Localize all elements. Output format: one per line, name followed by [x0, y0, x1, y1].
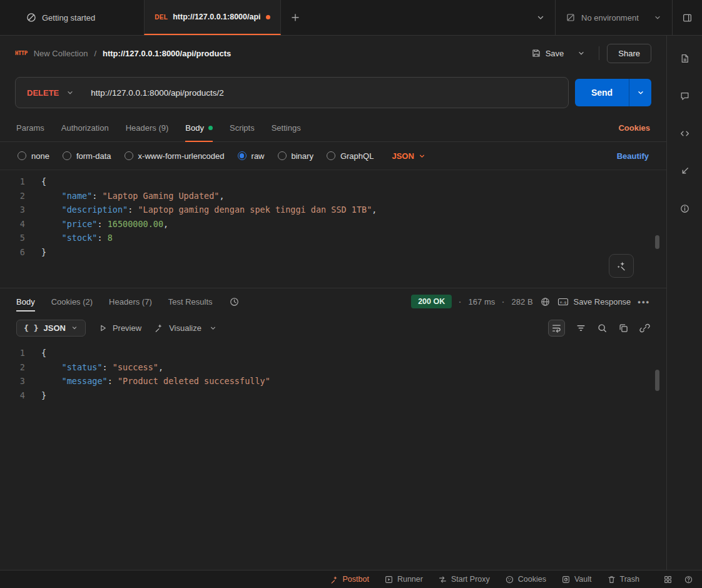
response-tab-headers[interactable]: Headers (7) — [109, 288, 152, 315]
vault-icon — [561, 575, 571, 584]
search-icon[interactable] — [597, 323, 608, 333]
start-proxy-button[interactable]: Start Proxy — [438, 575, 490, 584]
code-token: "Product deleted successfully" — [118, 376, 270, 386]
code-token: 16500000.00 — [108, 219, 163, 229]
radio-form-data[interactable]: form-data — [63, 151, 111, 161]
preview-label: Preview — [113, 323, 141, 333]
comments-icon[interactable] — [679, 91, 690, 101]
tab-options-chevron[interactable] — [526, 0, 555, 35]
code-token: "status" — [62, 362, 103, 372]
url-input[interactable] — [83, 78, 568, 108]
tab-settings[interactable]: Settings — [272, 114, 301, 141]
response-more-icon[interactable]: ••• — [638, 297, 650, 307]
http-request-icon: HTTP — [15, 50, 28, 56]
code-snippet-icon[interactable] — [679, 128, 690, 139]
breadcrumb-collection[interactable]: New Collection — [34, 49, 88, 58]
code-text: "description": "Laptop gaming dengan spe… — [41, 203, 377, 217]
tab-authorization[interactable]: Authorization — [61, 114, 109, 141]
radio-binary[interactable]: binary — [278, 151, 313, 161]
cookies-link[interactable]: Cookies — [618, 123, 650, 133]
tab-scripts[interactable]: Scripts — [230, 114, 255, 141]
line-number: 2 — [0, 189, 25, 203]
postbot-icon — [330, 575, 339, 584]
send-button[interactable]: Send — [575, 79, 629, 106]
info-icon[interactable] — [679, 203, 690, 214]
code-line: 1{ — [0, 175, 666, 189]
radio-label: form-data — [76, 151, 111, 161]
response-tab-cookies[interactable]: Cookies (2) — [51, 288, 93, 315]
pull-request-arrow-icon[interactable] — [679, 166, 690, 176]
tab-active-request[interactable]: DEL http://127.0.0.1:8000/api — [144, 0, 280, 35]
status-badge: 200 OK — [411, 295, 452, 308]
response-tab-test-results[interactable]: Test Results — [168, 288, 213, 315]
code-text: { — [41, 175, 46, 189]
tab-params[interactable]: Params — [16, 114, 44, 141]
network-info-icon[interactable] — [540, 297, 551, 307]
code-token: , — [372, 205, 377, 215]
code-line: 5 "stock": 8 — [0, 231, 666, 245]
editor-scrollbar[interactable] — [655, 370, 659, 391]
radio-graphql[interactable]: GraphQL — [327, 151, 374, 161]
wrap-text-icon[interactable] — [548, 320, 565, 337]
cookies-button[interactable]: Cookies — [505, 575, 546, 584]
vault-button[interactable]: Vault — [561, 575, 592, 584]
code-token: "stock" — [62, 233, 98, 243]
postbot-button[interactable] — [609, 254, 634, 278]
response-history-icon[interactable] — [229, 297, 240, 307]
visualize-label: Visualize — [169, 323, 201, 333]
documentation-icon[interactable] — [679, 53, 690, 64]
editor-scrollbar[interactable] — [655, 235, 659, 249]
unsaved-changes-dot — [266, 15, 270, 19]
link-icon[interactable] — [639, 323, 650, 333]
language-selector[interactable]: JSON — [392, 151, 425, 161]
request-body-editor[interactable]: 1{2 "name": "Laptop Gaming Updated",3 "d… — [0, 170, 666, 288]
new-tab-button[interactable] — [281, 0, 310, 35]
code-token — [41, 191, 62, 201]
format-label: JSON — [43, 323, 65, 333]
save-response-button[interactable]: e.g Save Response — [557, 297, 631, 307]
tab-getting-started[interactable]: Getting started — [15, 0, 106, 35]
radio-circle — [63, 151, 71, 160]
code-token: "success" — [113, 362, 158, 372]
environment-selector[interactable]: No environment — [556, 0, 672, 35]
response-format-dropdown[interactable]: { } JSON — [16, 320, 86, 337]
response-toolbar: { } JSON Preview — [0, 315, 666, 341]
workspace-body: HTTP New Collection / http://127.0.0.1:8… — [0, 36, 702, 570]
response-body-viewer[interactable]: 1{2 "status": "success",3 "message": "Pr… — [0, 341, 666, 570]
radio-raw[interactable]: raw — [238, 151, 265, 161]
tab-body[interactable]: Body — [185, 114, 213, 141]
preview-button[interactable]: Preview — [98, 323, 141, 333]
tab-label: Authorization — [61, 123, 109, 133]
save-options-chevron[interactable] — [571, 44, 591, 62]
code-line: 4 "price": 16500000.00, — [0, 217, 666, 231]
copy-icon[interactable] — [618, 323, 629, 333]
vault-label: Vault — [574, 575, 592, 584]
share-button[interactable]: Share — [607, 44, 651, 63]
send-options-chevron[interactable] — [629, 79, 651, 106]
code-token: "name" — [62, 191, 93, 201]
radio-none[interactable]: none — [18, 151, 49, 161]
share-label: Share — [618, 49, 640, 58]
request-tab-method: DEL — [155, 14, 168, 21]
separator-dot — [459, 297, 461, 307]
save-button[interactable]: Save — [524, 44, 572, 63]
play-icon — [98, 323, 108, 333]
postbot-statusbar-button[interactable]: Postbot — [330, 575, 369, 584]
beautify-link[interactable]: Beautify — [617, 151, 649, 161]
split-pane-icon[interactable] — [663, 575, 673, 584]
cookie-icon — [505, 575, 514, 584]
trash-button[interactable]: Trash — [607, 575, 640, 584]
runner-button[interactable]: Runner — [384, 575, 423, 584]
tab-headers[interactable]: Headers (9) — [126, 114, 169, 141]
visualize-button[interactable]: Visualize — [154, 323, 201, 333]
response-tab-body[interactable]: Body — [16, 288, 35, 315]
tab-label: Settings — [272, 123, 301, 133]
filter-icon[interactable] — [576, 323, 586, 333]
response-meta: 200 OK 167 ms 282 B e.g Save Response • — [411, 288, 650, 315]
help-icon[interactable] — [684, 575, 693, 584]
panel-toggle-icon[interactable] — [673, 0, 702, 35]
method-selector[interactable]: DELETE — [16, 78, 83, 108]
radio-urlencoded[interactable]: x-www-form-urlencoded — [125, 151, 225, 161]
tab-label: Test Results — [168, 297, 213, 307]
visualize-options-chevron[interactable] — [209, 324, 217, 332]
